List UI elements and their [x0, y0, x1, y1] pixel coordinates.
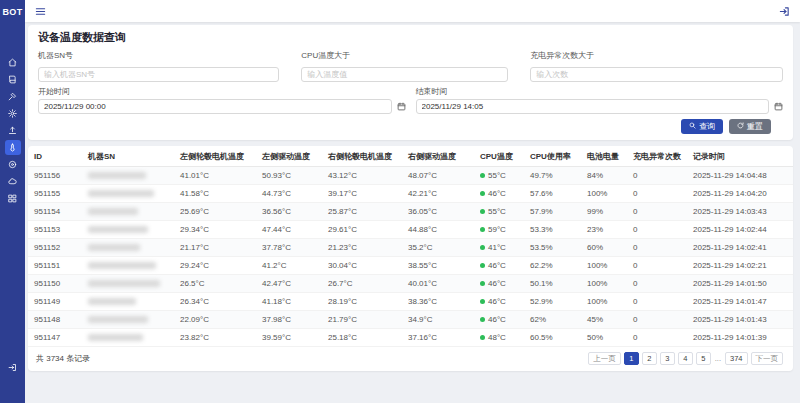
- table-cell: 951148: [28, 311, 84, 329]
- pagination-page-2[interactable]: 2: [642, 352, 657, 365]
- filter-charge-count: 充电异常次数大于: [530, 50, 783, 82]
- column-header: 左侧驱动温度: [258, 146, 324, 167]
- topbar: [25, 0, 800, 22]
- sn-input[interactable]: [38, 67, 279, 82]
- table-body: 95115641.01°C50.93°C43.12°C48.07°C55°C49…: [28, 167, 793, 347]
- table-cell: 46°C: [476, 311, 526, 329]
- table-cell: 25.18°C: [324, 329, 404, 347]
- pagination-page-5[interactable]: 5: [696, 352, 711, 365]
- table-cell: [84, 221, 176, 239]
- sidebar-item-settings[interactable]: [5, 106, 21, 121]
- table-cell: 42.47°C: [258, 275, 324, 293]
- cloud-icon: [8, 177, 17, 186]
- sidebar-item-home[interactable]: [5, 55, 21, 70]
- table-cell: 951150: [28, 275, 84, 293]
- table-cell: 22.09°C: [176, 311, 258, 329]
- calendar-icon[interactable]: [397, 102, 406, 111]
- page-title: 设备温度数据查询: [38, 30, 783, 45]
- table-cell: 42.21°C: [404, 185, 476, 203]
- temperature-icon: [8, 143, 17, 152]
- table-cell: 0: [629, 329, 689, 347]
- table-cell: 62.2%: [526, 257, 583, 275]
- total-records: 共 3734 条记录: [36, 353, 90, 364]
- table-cell: 48°C: [476, 329, 526, 347]
- pagination-page-4[interactable]: 4: [678, 352, 693, 365]
- table-cell: 38.36°C: [404, 293, 476, 311]
- documents-icon: [8, 75, 17, 84]
- table-cell: 39.17°C: [324, 185, 404, 203]
- sidebar-item-tools[interactable]: [5, 89, 21, 104]
- table-cell: 951155: [28, 185, 84, 203]
- table-cell: 25.87°C: [324, 203, 404, 221]
- sidebar-item-upload[interactable]: [5, 123, 21, 138]
- charge-count-label: 充电异常次数大于: [530, 50, 783, 61]
- table-cell: 951154: [28, 203, 84, 221]
- sidebar-item-logout[interactable]: [5, 360, 21, 375]
- cpu-temp-input[interactable]: [301, 67, 508, 82]
- table-cell: 23%: [583, 221, 629, 239]
- charge-count-input[interactable]: [530, 67, 783, 82]
- table-cell: 57.9%: [526, 203, 583, 221]
- calendar-icon[interactable]: [774, 102, 783, 111]
- sidebar-item-apps[interactable]: [5, 191, 21, 206]
- pagination-page-374[interactable]: 374: [725, 352, 748, 365]
- table-row: 95114723.82°C39.59°C25.18°C37.16°C48°C60…: [28, 329, 793, 347]
- redacted-sn: [88, 172, 146, 179]
- system-icon: [8, 160, 17, 169]
- column-header: 左侧轮毂电机温度: [176, 146, 258, 167]
- start-time-input[interactable]: [38, 99, 392, 114]
- logout-icon[interactable]: [779, 6, 790, 17]
- sidebar-item-cloud[interactable]: [5, 174, 21, 189]
- column-header: 机器SN: [84, 146, 176, 167]
- table-cell: 2025-11-29 14:01:43: [689, 311, 793, 329]
- table-cell: 26.7°C: [324, 275, 404, 293]
- pagination-page-3[interactable]: 3: [660, 352, 675, 365]
- sn-label: 机器SN号: [38, 50, 279, 61]
- table-cell: [84, 167, 176, 185]
- upload-icon: [8, 126, 17, 135]
- table-cell: 52.9%: [526, 293, 583, 311]
- status-dot: [480, 209, 485, 214]
- end-time-input[interactable]: [416, 99, 770, 114]
- table-cell: 23.82°C: [176, 329, 258, 347]
- table-cell: 39.59°C: [258, 329, 324, 347]
- status-dot: [480, 299, 485, 304]
- table-cell: 44.88°C: [404, 221, 476, 239]
- table-cell: 2025-11-29 14:02:44: [689, 221, 793, 239]
- redacted-sn: [88, 244, 140, 251]
- pagination-prev[interactable]: 上一页: [588, 352, 621, 365]
- table-cell: 21.23°C: [324, 239, 404, 257]
- menu-toggle-icon[interactable]: [35, 6, 46, 17]
- table-cell: 28.19°C: [324, 293, 404, 311]
- table-cell: 0: [629, 275, 689, 293]
- table-cell: 951149: [28, 293, 84, 311]
- table-cell: 99%: [583, 203, 629, 221]
- table-row: 95115129.24°C41.2°C30.04°C38.55°C46°C62.…: [28, 257, 793, 275]
- table-cell: 47.44°C: [258, 221, 324, 239]
- end-time-label: 结束时间: [416, 86, 784, 97]
- redacted-sn: [88, 298, 136, 305]
- table-cell: 37.16°C: [404, 329, 476, 347]
- results-card: ID机器SN左侧轮毂电机温度左侧驱动温度右侧轮毂电机温度右侧驱动温度CPU温度C…: [28, 146, 793, 371]
- status-dot: [480, 317, 485, 322]
- status-dot: [480, 173, 485, 178]
- query-button[interactable]: 查询: [681, 119, 723, 134]
- table-cell: 0: [629, 203, 689, 221]
- table-header-row: ID机器SN左侧轮毂电机温度左侧驱动温度右侧轮毂电机温度右侧驱动温度CPU温度C…: [28, 146, 793, 167]
- table-cell: 0: [629, 221, 689, 239]
- table-cell: 50%: [583, 329, 629, 347]
- table-cell: 26.5°C: [176, 275, 258, 293]
- table-cell: 951156: [28, 167, 84, 185]
- table-row: 95115541.58°C44.73°C39.17°C42.21°C46°C57…: [28, 185, 793, 203]
- table-cell: 2025-11-29 14:04:48: [689, 167, 793, 185]
- table-row: 95114926.34°C41.18°C28.19°C38.36°C46°C52…: [28, 293, 793, 311]
- sidebar-item-documents[interactable]: [5, 72, 21, 87]
- pagination-page-1[interactable]: 1: [624, 352, 639, 365]
- table-row: 95115026.5°C42.47°C26.7°C40.01°C46°C50.1…: [28, 275, 793, 293]
- sidebar-item-temperature[interactable]: [5, 140, 21, 155]
- table-cell: 41.2°C: [258, 257, 324, 275]
- pagination-next[interactable]: 下一页: [751, 352, 784, 365]
- sidebar-item-system[interactable]: [5, 157, 21, 172]
- reset-button[interactable]: 重置: [729, 119, 771, 134]
- column-header: CPU使用率: [526, 146, 583, 167]
